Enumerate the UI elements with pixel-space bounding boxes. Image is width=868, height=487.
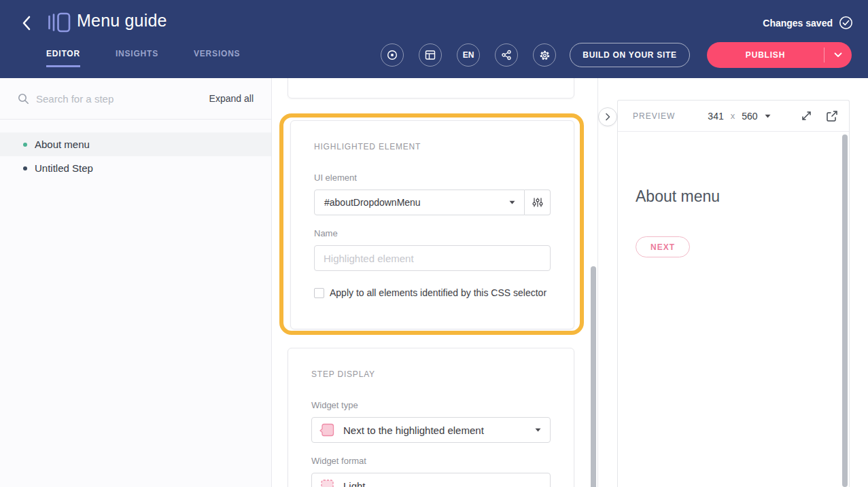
step-item-about-menu[interactable]: About menu [0,132,271,156]
tab-versions[interactable]: VERSIONS [194,49,240,67]
editor-scrollbar[interactable] [591,266,596,487]
share-button[interactable] [495,43,518,67]
apply-all-checkbox-label: Apply to all elements identified by this… [330,287,546,298]
ui-element-select[interactable]: #aboutDropdownMenu [314,190,525,215]
name-label: Name [314,228,551,238]
top-header: Menu guide Changes saved EDITOR INSIGHTS… [0,0,868,78]
step-status-dot [23,143,27,147]
ui-element-label: UI element [314,173,551,183]
preview-next-button[interactable]: NEXT [636,236,690,257]
steps-sidebar: Expand all About menu Untitled Step [0,78,272,487]
gear-icon [539,50,551,61]
preview-eye-button[interactable] [381,43,404,67]
ui-element-value: #aboutDropdownMenu [315,197,509,208]
expand-all-link[interactable]: Expand all [209,93,254,104]
element-settings-button[interactable] [525,190,551,215]
layout-button[interactable] [419,43,442,67]
tab-insights[interactable]: INSIGHTS [116,49,158,67]
app-root: Menu guide Changes saved EDITOR INSIGHTS… [0,0,868,487]
publish-dropdown-toggle[interactable] [824,52,852,58]
step-label: Untitled Step [35,162,93,174]
step-status-dot [23,166,27,170]
step-editor-column: HIGHLIGHTED ELEMENT UI element #aboutDro… [272,78,598,487]
step-label: About menu [35,139,90,150]
preview-size-dropdown[interactable]: 341 x 560 [708,111,770,122]
page-title: Menu guide [77,11,167,31]
open-external-icon[interactable] [826,110,838,122]
search-icon [18,93,29,105]
widget-format-value: Light [334,480,550,487]
changes-saved-label: Changes saved [763,18,833,29]
eye-icon [387,50,398,60]
apply-all-checkbox[interactable] [314,288,324,298]
caret-down-icon [509,200,524,204]
step-display-card: STEP DISPLAY Widget type Next to the hig… [288,348,574,487]
widget-type-select[interactable]: Next to the highlighted element [311,417,551,443]
preview-size-separator: x [731,111,735,121]
collapse-panel-button[interactable] [598,107,617,126]
name-input[interactable] [314,245,551,271]
sliders-icon [532,197,543,208]
layout-icon [425,50,436,60]
language-button[interactable]: EN [457,43,480,67]
tooltip-bubble-icon [319,423,334,437]
widget-format-icon [319,479,334,487]
step-item-untitled-step[interactable]: Untitled Step [0,156,271,180]
preview-header: PREVIEW 341 x 560 [618,101,849,132]
step-list: About menu Untitled Step [0,132,271,180]
preview-step-title: About menu [636,187,720,206]
expand-icon[interactable] [801,110,812,122]
caret-down-icon [535,428,550,432]
changes-saved-status: Changes saved [763,16,853,30]
highlighted-element-card: HIGHLIGHTED ELEMENT UI element #aboutDro… [290,120,574,329]
check-circle-icon [839,16,853,30]
share-icon [501,50,512,60]
preview-width-value: 341 [708,111,723,122]
preview-height-value: 560 [742,111,757,122]
guide-logo-icon [48,12,71,33]
header-icon-buttons: EN [381,43,556,67]
search-input[interactable] [36,93,209,105]
preview-panel: PREVIEW 341 x 560 About menu NEXT [617,100,850,487]
preview-scrollbar[interactable] [842,134,848,487]
tab-editor[interactable]: EDITOR [46,49,80,67]
preview-title: PREVIEW [633,111,675,121]
chevron-down-icon [834,52,842,58]
widget-format-select[interactable]: Light [311,473,551,487]
chevron-left-icon [22,16,31,31]
widget-type-value: Next to the highlighted element [334,425,535,436]
preview-body: About menu NEXT [618,132,849,487]
settings-button[interactable] [533,43,556,67]
back-button[interactable] [18,14,35,33]
section-title-highlighted-element: HIGHLIGHTED ELEMENT [314,142,551,151]
section-title-step-display: STEP DISPLAY [311,369,551,379]
language-label: EN [463,50,474,60]
widget-format-label: Widget format [311,456,551,466]
step-search-row: Expand all [0,78,271,120]
caret-down-icon [765,114,771,118]
preview-actions [801,110,838,122]
widget-type-label: Widget type [311,400,551,410]
publish-button[interactable]: PUBLISH [707,42,852,68]
previous-card-partial [288,78,574,98]
header-tabs: EDITOR INSIGHTS VERSIONS [46,49,275,67]
publish-label: PUBLISH [707,50,824,60]
build-on-your-site-button[interactable]: BUILD ON YOUR SITE [570,43,690,67]
chevron-right-icon [605,113,610,121]
